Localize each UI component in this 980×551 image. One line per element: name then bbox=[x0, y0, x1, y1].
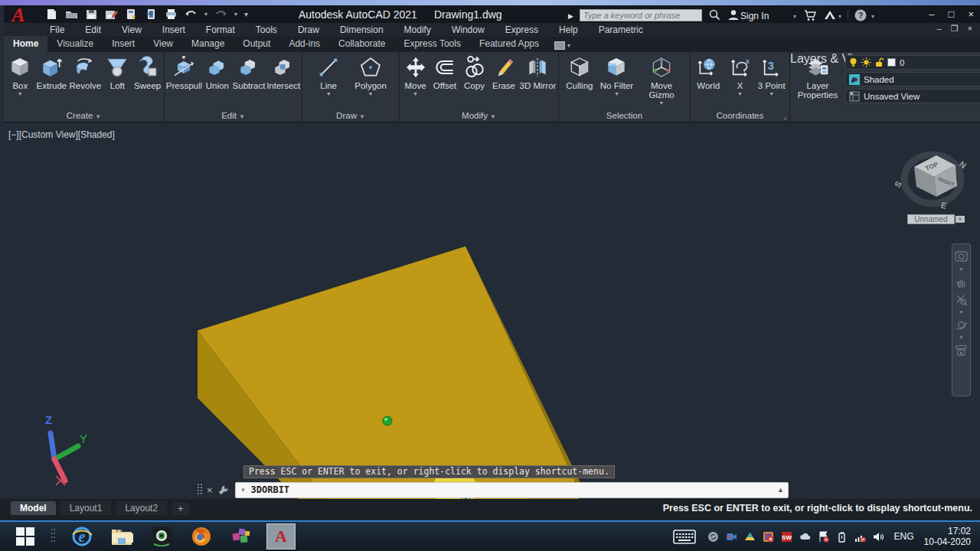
tray-onedrive-icon[interactable] bbox=[799, 531, 811, 543]
line-caret[interactable]: ▼ bbox=[326, 91, 332, 96]
doc-restore-button[interactable]: ❐ bbox=[951, 24, 959, 34]
command-expand-caret[interactable]: ▲ bbox=[777, 486, 784, 494]
tray-photo-error-icon[interactable] bbox=[763, 531, 774, 543]
search-icon[interactable] bbox=[708, 8, 722, 22]
polygon-button[interactable]: Polygon ▼ bbox=[354, 55, 387, 96]
autodesk-caret[interactable]: ▾ bbox=[838, 13, 841, 20]
model-viewport[interactable]: [−][Custom View][Shaded] N E S bbox=[4, 122, 977, 499]
layer-dropdown[interactable]: 0 ▼ bbox=[845, 55, 980, 70]
tab-featured-apps[interactable]: Featured Apps bbox=[470, 36, 548, 52]
tab-model[interactable]: Model bbox=[11, 501, 56, 515]
doc-minimize-button[interactable]: – bbox=[937, 24, 942, 34]
taskbar-autocad[interactable]: A bbox=[266, 523, 296, 549]
ucs-x-button[interactable]: x X ▼ bbox=[727, 55, 754, 96]
taskbar-file-explorer[interactable] bbox=[107, 523, 136, 549]
move-button[interactable]: Move ▼ bbox=[402, 55, 430, 96]
panel-title-edit[interactable]: Edit▼ bbox=[165, 109, 302, 122]
revolve-button[interactable]: Revolve bbox=[70, 55, 102, 90]
command-recent-caret[interactable]: ▼ bbox=[240, 487, 247, 494]
panel-title-modify[interactable]: Modify▼ bbox=[400, 109, 558, 122]
undo-icon[interactable] bbox=[185, 8, 198, 20]
close-button[interactable]: × bbox=[968, 8, 974, 20]
three-point-button[interactable]: 3 3 Point ▼ bbox=[758, 55, 786, 96]
tab-view[interactable]: View bbox=[144, 36, 182, 52]
viewcube-graphic[interactable]: N E S TOP RIGHT bbox=[894, 144, 971, 213]
tray-power-icon[interactable] bbox=[836, 531, 848, 543]
extrude-button[interactable]: Extrude bbox=[37, 55, 67, 90]
polygon-caret[interactable]: ▼ bbox=[368, 91, 374, 96]
subtract-button[interactable]: Subtract bbox=[233, 55, 266, 90]
move-caret[interactable]: ▼ bbox=[413, 91, 418, 96]
menu-file[interactable]: File bbox=[50, 24, 64, 35]
move-gizmo-button[interactable]: Move Gizmo ▼ bbox=[640, 55, 683, 106]
box-button[interactable]: Box ▼ bbox=[6, 55, 34, 96]
tab-output[interactable]: Output bbox=[234, 36, 279, 52]
tab-manage[interactable]: Manage bbox=[182, 36, 234, 52]
zoom-caret[interactable]: ▼ bbox=[959, 311, 964, 314]
doc-close-button[interactable]: × bbox=[968, 24, 972, 34]
taskbar-clock[interactable]: 17:02 10-04-2020 bbox=[924, 526, 974, 547]
viewcube-pill-caret[interactable]: ▾ bbox=[956, 216, 965, 223]
user-icon[interactable] bbox=[727, 8, 740, 22]
no-filter-button[interactable]: No Filter ▼ bbox=[600, 55, 633, 96]
help-icon[interactable]: ? bbox=[854, 8, 867, 22]
sweep-button[interactable]: Sweep bbox=[134, 55, 162, 90]
start-button[interactable] bbox=[11, 523, 40, 549]
redo-icon[interactable] bbox=[214, 8, 227, 20]
menu-window[interactable]: Window bbox=[452, 24, 485, 35]
menu-insert[interactable]: Insert bbox=[162, 24, 185, 35]
offset-button[interactable]: Offset bbox=[431, 55, 459, 90]
box-caret[interactable]: ▼ bbox=[18, 91, 23, 96]
zoom-extents-icon[interactable] bbox=[955, 293, 968, 306]
tray-solidworks-icon[interactable]: SW bbox=[781, 531, 792, 543]
redo-dropdown-caret[interactable]: ▾ bbox=[234, 11, 237, 18]
menu-view[interactable]: View bbox=[122, 24, 142, 35]
menu-modify[interactable]: Modify bbox=[404, 24, 431, 35]
app-store-cart-icon[interactable] bbox=[803, 8, 817, 22]
visual-style-dropdown[interactable]: Shaded ▼ bbox=[845, 72, 980, 86]
orbit-caret[interactable]: ▼ bbox=[959, 336, 964, 339]
tab-add-ins[interactable]: Add-ins bbox=[279, 36, 329, 52]
menu-dimension[interactable]: Dimension bbox=[340, 24, 384, 35]
taskbar-grip[interactable] bbox=[51, 528, 57, 545]
layer-freeze-sun-icon[interactable] bbox=[861, 57, 871, 67]
orbit-tool-icon[interactable] bbox=[955, 318, 968, 331]
save-as-icon[interactable] bbox=[105, 8, 118, 20]
taskbar-firefox[interactable] bbox=[187, 523, 216, 549]
tray-network-error-icon[interactable] bbox=[854, 531, 866, 543]
layer-on-bulb-icon[interactable] bbox=[849, 57, 858, 67]
three-point-caret[interactable]: ▼ bbox=[769, 91, 774, 96]
menu-format[interactable]: Format bbox=[206, 24, 235, 35]
showmotion-icon[interactable] bbox=[955, 344, 968, 357]
mirror3d-button[interactable]: 3D Mirror bbox=[520, 55, 557, 90]
tab-visualize[interactable]: Visualize bbox=[47, 36, 103, 52]
pan-hand-icon[interactable] bbox=[955, 276, 968, 289]
presspull-button[interactable]: Presspull bbox=[166, 55, 202, 90]
navigation-wheel-icon[interactable] bbox=[955, 250, 968, 263]
line-button[interactable]: Line ▼ bbox=[315, 55, 342, 96]
tray-drive-icon[interactable] bbox=[744, 531, 756, 543]
menu-help[interactable]: Help bbox=[559, 24, 578, 35]
command-grip-handle[interactable] bbox=[198, 484, 204, 496]
tray-volume-icon[interactable] bbox=[873, 531, 884, 543]
tray-sync-icon[interactable] bbox=[707, 531, 719, 543]
taskbar-media-app[interactable] bbox=[227, 523, 256, 549]
panel-title-create[interactable]: Create▼ bbox=[4, 109, 164, 122]
maximize-button[interactable]: □ bbox=[949, 8, 955, 20]
tab-home[interactable]: Home bbox=[4, 36, 47, 52]
layer-properties-button[interactable]: Layer Properties bbox=[796, 55, 839, 99]
save-icon[interactable] bbox=[85, 8, 98, 20]
help-caret[interactable]: ▾ bbox=[871, 13, 874, 20]
loft-button[interactable]: Loft bbox=[103, 55, 131, 90]
ribbon-display-toggle[interactable]: ▾ bbox=[554, 41, 570, 52]
language-indicator[interactable]: ENG bbox=[894, 531, 914, 542]
plot-icon[interactable] bbox=[125, 8, 138, 20]
command-input[interactable]: ▼ 3DORBIT ▲ bbox=[235, 482, 789, 498]
layer-color-swatch[interactable] bbox=[887, 58, 896, 67]
menu-parametric[interactable]: Parametric bbox=[599, 24, 643, 35]
tab-express-tools[interactable]: Express Tools bbox=[394, 36, 469, 52]
tab-insert[interactable]: Insert bbox=[103, 36, 144, 52]
panel-title-coordinates[interactable]: Coordinates bbox=[691, 109, 789, 122]
tab-layout1[interactable]: Layout1 bbox=[60, 501, 112, 515]
minimize-button[interactable]: – bbox=[929, 8, 934, 20]
